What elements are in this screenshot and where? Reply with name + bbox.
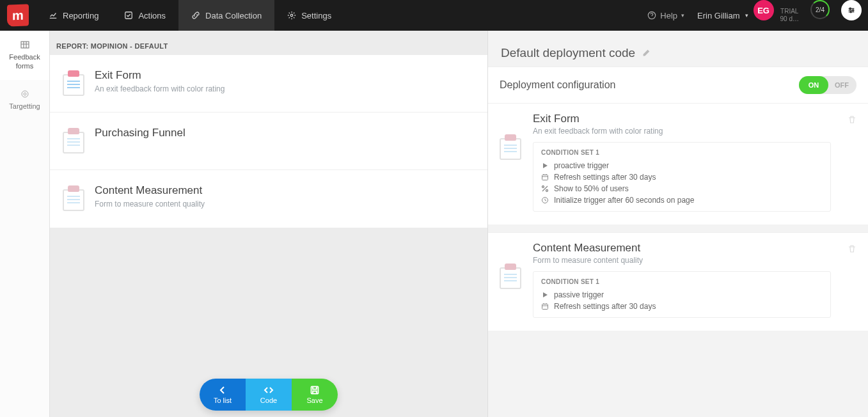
- nav-label: Settings: [301, 11, 331, 20]
- clipboard-icon: [63, 128, 84, 153]
- dep-form-title: Content Measurement: [533, 242, 831, 255]
- clipboard-icon: [63, 185, 84, 211]
- deployment-title: Default deployment code: [501, 46, 635, 60]
- help-menu[interactable]: Help ▾: [640, 0, 692, 31]
- forms-column: REPORT: MOPINION - DEFAULT Exit Form An …: [50, 31, 487, 417]
- user-name: Erin Gilliam: [697, 11, 739, 20]
- help-circle-icon: [647, 11, 656, 20]
- target-icon: [20, 89, 30, 99]
- condition-line: Show to 50% of users: [541, 183, 823, 194]
- svg-rect-10: [542, 175, 548, 180]
- condition-line: Refresh settings after 30 days: [541, 301, 823, 312]
- percent-icon: [541, 185, 549, 193]
- condition-line: Refresh settings after 30 days: [541, 171, 823, 183]
- trash-icon[interactable]: [848, 244, 856, 253]
- clock-icon: [541, 196, 549, 204]
- condition-set: CONDITION SET 1 proactive trigger Refres…: [533, 142, 831, 212]
- top-nav: m Reporting Actions Data Collection Sett…: [0, 0, 868, 31]
- svg-rect-14: [542, 304, 548, 310]
- svg-point-1: [290, 14, 293, 17]
- nav-reporting[interactable]: Reporting: [36, 0, 111, 31]
- pencil-icon[interactable]: [642, 49, 651, 58]
- nav-label: Data Collection: [205, 11, 262, 20]
- clipboard-icon: [500, 134, 521, 160]
- nav-data-collection[interactable]: Data Collection: [178, 0, 274, 31]
- deployment-form-exit[interactable]: Exit Form An exit feedback form with col…: [488, 103, 868, 224]
- dep-form-subtitle: An exit feedback form with color rating: [533, 127, 831, 136]
- nav-settings[interactable]: Settings: [274, 0, 344, 31]
- link-icon: [191, 11, 200, 20]
- deployment-title-row: Default deployment code: [488, 31, 868, 67]
- button-label: Code: [260, 397, 277, 404]
- progress-text: 2/4: [816, 6, 825, 13]
- trash-icon[interactable]: [848, 115, 856, 124]
- condition-line: Initialize trigger after 60 seconds on p…: [541, 194, 823, 206]
- rail-feedback-forms[interactable]: Feedback forms: [0, 31, 49, 80]
- svg-point-4: [852, 10, 853, 11]
- form-subtitle: An exit feedback form with color rating: [95, 84, 225, 93]
- gear-icon: [287, 11, 296, 20]
- svg-point-5: [850, 11, 851, 12]
- trial-badge: TRIAL 90 d…: [774, 0, 805, 31]
- condition-line: passive trigger: [541, 289, 823, 301]
- sliders-icon: [847, 6, 856, 15]
- nav-actions[interactable]: Actions: [111, 0, 178, 31]
- play-icon: [541, 291, 549, 299]
- deployment-column: Default deployment code Deployment confi…: [487, 31, 868, 417]
- nav-label: Reporting: [63, 11, 99, 20]
- avatar-initials: EG: [757, 6, 769, 15]
- progress-ring[interactable]: 2/4: [810, 0, 830, 19]
- form-card-purchasing[interactable]: Purchasing Funnel: [50, 113, 487, 170]
- checkbox-icon: [124, 11, 133, 20]
- code-button[interactable]: Code: [246, 379, 292, 411]
- clipboard-icon: [500, 264, 521, 289]
- chevron-down-icon: ▾: [681, 12, 684, 19]
- avatar[interactable]: EG: [754, 0, 774, 20]
- toggle-on: ON: [799, 76, 828, 94]
- condition-line: proactive trigger: [541, 160, 823, 171]
- button-label: Save: [306, 397, 322, 404]
- filter-button[interactable]: [841, 0, 862, 20]
- condition-set: CONDITION SET 1 passive trigger Refresh …: [533, 271, 831, 318]
- app-logo[interactable]: m: [0, 0, 36, 31]
- to-list-button[interactable]: To list: [200, 379, 246, 411]
- user-menu[interactable]: Erin Gilliam ▾: [692, 0, 753, 31]
- button-label: To list: [214, 397, 232, 404]
- play-icon: [541, 162, 549, 169]
- config-header-row: Deployment configuration ON OFF: [488, 67, 868, 103]
- svg-point-7: [22, 91, 28, 97]
- grid-icon: [20, 40, 30, 50]
- bottom-toolbar: To list Code Save: [200, 379, 338, 411]
- deployment-form-content[interactable]: Content Measurement Form to measure cont…: [488, 233, 868, 331]
- form-list: Exit Form An exit feedback form with col…: [50, 55, 487, 228]
- chart-line-icon: [49, 11, 58, 20]
- config-toggle[interactable]: ON OFF: [799, 76, 856, 94]
- help-label: Help: [660, 11, 677, 20]
- nav-label: Actions: [138, 11, 166, 20]
- trial-label: TRIAL: [780, 8, 798, 15]
- svg-point-3: [849, 8, 851, 9]
- report-header: REPORT: MOPINION - DEFAULT: [50, 31, 487, 55]
- form-card-content[interactable]: Content Measurement Form to measure cont…: [50, 170, 487, 228]
- rail-label: Targetting: [9, 102, 40, 110]
- svg-point-8: [24, 93, 26, 95]
- form-title: Content Measurement: [95, 184, 205, 197]
- deployment-form-content-panel: Content Measurement Form to measure cont…: [488, 232, 868, 331]
- left-rail: Feedback forms Targetting: [0, 31, 50, 417]
- config-header: Deployment configuration: [500, 79, 615, 91]
- deployment-config-panel: Deployment configuration ON OFF Exit For…: [488, 67, 868, 224]
- chevron-down-icon: ▾: [745, 12, 748, 19]
- rail-targetting[interactable]: Targetting: [0, 80, 49, 120]
- condition-set-title: CONDITION SET 1: [541, 149, 823, 156]
- svg-rect-6: [21, 42, 29, 48]
- condition-set-title: CONDITION SET 1: [541, 278, 823, 285]
- form-title: Exit Form: [95, 69, 225, 82]
- form-title: Purchasing Funnel: [95, 127, 185, 139]
- trial-days: 90 d…: [780, 15, 799, 23]
- toggle-off: OFF: [835, 81, 856, 89]
- dep-form-subtitle: Form to measure content quality: [533, 256, 831, 265]
- calendar-icon: [541, 173, 549, 181]
- save-button[interactable]: Save: [292, 379, 338, 411]
- rail-label: Feedback forms: [9, 53, 40, 70]
- form-card-exit[interactable]: Exit Form An exit feedback form with col…: [50, 55, 487, 113]
